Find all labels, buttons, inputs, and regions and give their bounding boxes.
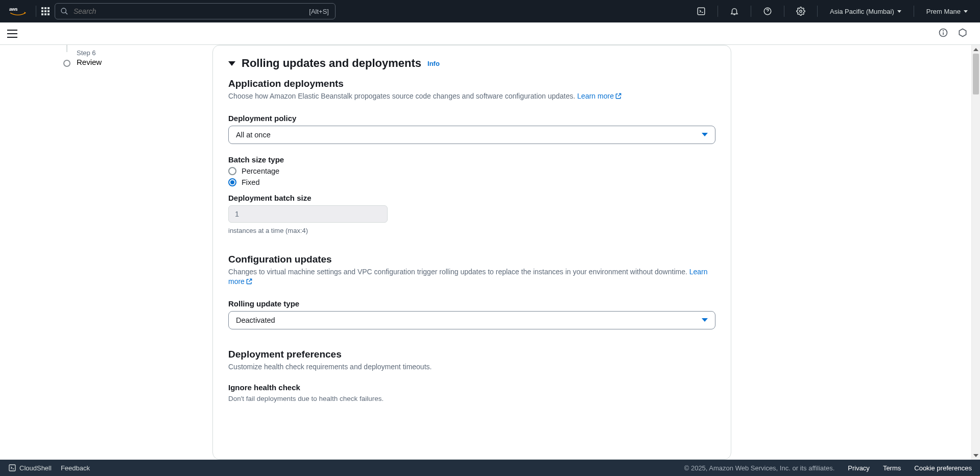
step-marker <box>63 60 70 67</box>
cloudshell-icon[interactable] <box>689 0 713 22</box>
section-title: Rolling updates and deployments <box>242 57 421 70</box>
settings-icon[interactable] <box>788 0 813 22</box>
services-menu-icon[interactable] <box>40 7 51 16</box>
scroll-thumb[interactable] <box>973 54 979 94</box>
svg-line-2 <box>65 12 67 14</box>
caret-down-icon <box>964 10 968 13</box>
aws-logo[interactable]: aws <box>4 0 32 22</box>
global-nav: aws [Alt+S] Asia Pacific (Mumbai) Prem M… <box>0 0 980 22</box>
info-link[interactable]: Info <box>427 60 440 67</box>
batch-type-fixed[interactable]: Fixed <box>228 178 715 186</box>
batch-size-hint: instances at a time (max:4) <box>228 227 715 234</box>
subsection-config-updates: Configuration updates <box>228 254 715 265</box>
search-input[interactable] <box>73 7 330 16</box>
radio-label: Percentage <box>242 167 279 175</box>
subsection-deploy-prefs: Deployment preferences <box>228 349 715 360</box>
deployment-policy-label: Deployment policy <box>228 114 715 123</box>
notifications-icon[interactable] <box>722 0 747 22</box>
main-region: Step 6 Review Rolling updates and deploy… <box>0 45 980 460</box>
ignore-health-check-label: Ignore health check <box>228 383 715 392</box>
subsection-app-deployments: Application deployments <box>228 78 715 89</box>
divider <box>751 6 751 17</box>
global-search[interactable]: [Alt+S] <box>55 3 336 19</box>
caret-down-icon <box>702 133 708 136</box>
ignore-health-check-desc: Don't fail deployments due to health che… <box>228 395 715 402</box>
vertical-scrollbar[interactable] <box>971 45 980 460</box>
side-nav-toggle[interactable] <box>7 30 17 38</box>
batch-type-percentage[interactable]: Percentage <box>228 167 715 175</box>
feedback-link[interactable]: Feedback <box>61 464 90 472</box>
account-menu[interactable]: Prem Mane <box>918 0 976 22</box>
svg-point-8 <box>943 30 944 31</box>
caret-down-icon <box>702 318 708 322</box>
wizard-steps: Step 6 Review <box>0 45 212 460</box>
divider <box>718 6 718 17</box>
deploy-prefs-desc: Customize health check requirements and … <box>228 362 715 372</box>
app-deployments-desc: Choose how Amazon Elastic Beanstalk prop… <box>228 91 715 103</box>
global-footer: CloudShell Feedback © 2025, Amazon Web S… <box>0 460 980 476</box>
rolling-update-type-label: Rolling update type <box>228 299 715 308</box>
terms-link[interactable]: Terms <box>883 464 901 472</box>
svg-point-1 <box>61 8 66 13</box>
divider <box>784 6 784 17</box>
step-number-label: Step 6 <box>77 49 212 57</box>
search-icon <box>60 7 68 15</box>
cookie-prefs-link[interactable]: Cookie preferences <box>914 464 972 472</box>
search-shortcut-hint: [Alt+S] <box>309 8 329 15</box>
deployment-policy-select[interactable]: All at once <box>228 126 715 144</box>
copyright-text: © 2025, Amazon Web Services, Inc. or its… <box>684 464 835 472</box>
tools-panel-icon[interactable] <box>958 28 968 40</box>
svg-text:aws: aws <box>9 7 18 12</box>
scroll-up-icon[interactable] <box>972 45 980 54</box>
svg-point-5 <box>800 10 802 13</box>
deployment-batch-size-input: 1 <box>228 205 388 223</box>
secondary-bar <box>0 22 980 45</box>
region-label: Asia Pacific (Mumbai) <box>830 8 894 15</box>
region-selector[interactable]: Asia Pacific (Mumbai) <box>822 0 910 22</box>
info-panel-icon[interactable] <box>938 28 948 40</box>
section-header-rolling[interactable]: Rolling updates and deployments Info <box>228 57 715 70</box>
radio-icon <box>228 178 236 186</box>
config-panel: Rolling updates and deployments Info App… <box>212 45 731 460</box>
radio-label: Fixed <box>242 178 259 186</box>
rolling-update-type-select[interactable]: Deactivated <box>228 311 715 329</box>
scroll-track[interactable] <box>972 54 980 451</box>
learn-more-link[interactable]: Learn more <box>577 92 622 100</box>
divider <box>36 6 36 17</box>
external-link-icon <box>615 92 622 103</box>
radio-icon <box>228 167 236 175</box>
user-name: Prem Mane <box>926 8 961 15</box>
scroll-down-icon[interactable] <box>972 451 980 460</box>
divider <box>914 6 914 17</box>
step-title[interactable]: Review <box>77 58 212 66</box>
divider <box>817 6 818 17</box>
expand-caret-icon <box>228 61 235 66</box>
external-link-icon <box>246 278 253 288</box>
cloudshell-button[interactable]: CloudShell <box>8 464 52 472</box>
config-updates-desc: Changes to virtual machine settings and … <box>228 267 715 288</box>
caret-down-icon <box>897 10 901 13</box>
batch-size-type-label: Batch size type <box>228 155 715 164</box>
privacy-link[interactable]: Privacy <box>848 464 870 472</box>
deployment-policy-value: All at once <box>236 131 271 139</box>
rolling-update-type-value: Deactivated <box>236 316 275 324</box>
help-icon[interactable] <box>755 0 780 22</box>
deployment-batch-size-label: Deployment batch size <box>228 194 715 202</box>
